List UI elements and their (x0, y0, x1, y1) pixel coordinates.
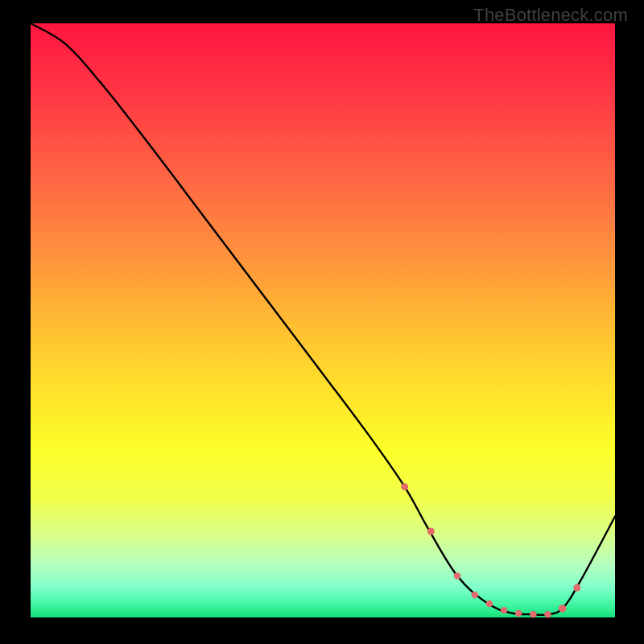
marker-dot (544, 611, 551, 617)
marker-dot (472, 592, 478, 598)
watermark-text: TheBottleneck.com (473, 5, 628, 26)
plot-background (31, 23, 615, 617)
marker-dot (573, 584, 580, 592)
marker-dot (427, 527, 435, 535)
marker-dot (454, 572, 460, 579)
marker-dot (486, 601, 493, 607)
marker-dot (401, 483, 408, 490)
marker-dot (501, 607, 507, 613)
chart-svg (0, 0, 644, 644)
chart-container: TheBottleneck.com (0, 0, 644, 644)
marker-dot (515, 610, 522, 617)
marker-dot (559, 605, 567, 613)
marker-dot (530, 611, 536, 617)
